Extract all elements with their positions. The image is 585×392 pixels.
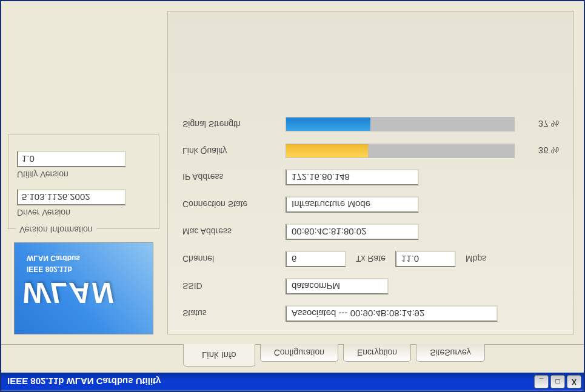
version-info-legend: Version Information	[16, 225, 96, 234]
maximize-button[interactable]: □	[550, 375, 565, 388]
utility-version-label: Utility Version	[17, 170, 150, 179]
tab-encryption[interactable]: Encryption	[343, 344, 411, 362]
connection-state-row: Connection State Infrastructure Mode	[182, 196, 559, 213]
link-quality-row: Link Quality 36 %	[182, 144, 559, 158]
link-quality-percent: 36 %	[526, 146, 559, 156]
ssid-value: datacomPM	[286, 278, 389, 294]
mac-label: Mac Address	[182, 227, 286, 237]
window-title: IEEE 802.11b WLAN Cardbus Utility	[7, 377, 161, 387]
content-area: WLAN IEEE 802.11b WLAN Cardbus Version I…	[1, 1, 584, 344]
brand-logo: WLAN IEEE 802.11b WLAN Cardbus	[14, 242, 153, 334]
ssid-label: SSID	[182, 282, 286, 291]
driver-version-label: Driver Version	[17, 208, 150, 218]
signal-strength-percent: 37 %	[526, 119, 559, 130]
version-information-group: Version Information Driver Version 5.103…	[8, 135, 159, 229]
signal-strength-label: Signal Strength	[182, 119, 286, 129]
channel-value: 6	[286, 251, 346, 267]
connection-state-value: Infrastructure Mode	[286, 196, 419, 213]
mac-value: 00:60:4C:81:80:02	[286, 224, 419, 240]
status-row: Status Associated --- 00:90:4B:08:14:92	[182, 305, 559, 322]
channel-row: Channel 6 Tx Rate 11.0 Mbps	[182, 251, 559, 267]
driver-version-value: 5.103.1126.2002	[17, 189, 126, 205]
mac-row: Mac Address 00:60:4C:81:80:02	[182, 224, 559, 240]
tab-link-info[interactable]: Link Info	[183, 344, 255, 367]
link-quality-bar	[286, 144, 515, 158]
signal-strength-row: Signal Strength 37 %	[182, 117, 559, 131]
ip-value: 172.16.80.148	[286, 169, 419, 185]
signal-strength-fill	[286, 118, 370, 131]
signal-strength-bar	[286, 117, 515, 131]
ip-label: IP Address	[182, 173, 286, 182]
connection-state-label: Connection State	[182, 200, 286, 210]
link-quality-fill	[286, 144, 368, 158]
txrate-unit: Mbps	[466, 254, 486, 264]
ip-row: IP Address 172.16.80.148	[182, 169, 559, 185]
app-window: IEEE 802.11b WLAN Cardbus Utility _ □ X …	[0, 0, 585, 392]
link-quality-label: Link Quality	[182, 146, 286, 156]
tab-site-survey[interactable]: SiteSurvey	[416, 344, 485, 362]
channel-label: Channel	[182, 254, 286, 264]
link-info-panel: Status Associated --- 00:90:4B:08:14:92 …	[167, 11, 574, 334]
tab-configuration[interactable]: Configuration	[260, 344, 338, 362]
status-value: Associated --- 00:90:4B:08:14:92	[286, 305, 498, 322]
ssid-row: SSID datacomPM	[182, 278, 559, 294]
title-bar: IEEE 802.11b WLAN Cardbus Utility _ □ X	[1, 373, 584, 391]
utility-version-value: 1.0	[17, 151, 126, 167]
status-label: Status	[182, 309, 286, 319]
close-button[interactable]: X	[567, 375, 581, 388]
txrate-value: 11.0	[395, 251, 456, 267]
tab-strip: Link Info Configuration Encryption SiteS…	[1, 344, 584, 373]
logo-text: WLAN	[22, 276, 114, 310]
txrate-label: Tx Rate	[356, 254, 386, 264]
logo-subtitle-2: WLAN Cardbus	[27, 254, 80, 262]
sidebar: WLAN IEEE 802.11b WLAN Cardbus Version I…	[11, 11, 156, 334]
logo-subtitle-1: IEEE 802.11b	[27, 265, 72, 273]
minimize-button[interactable]: _	[534, 375, 549, 388]
